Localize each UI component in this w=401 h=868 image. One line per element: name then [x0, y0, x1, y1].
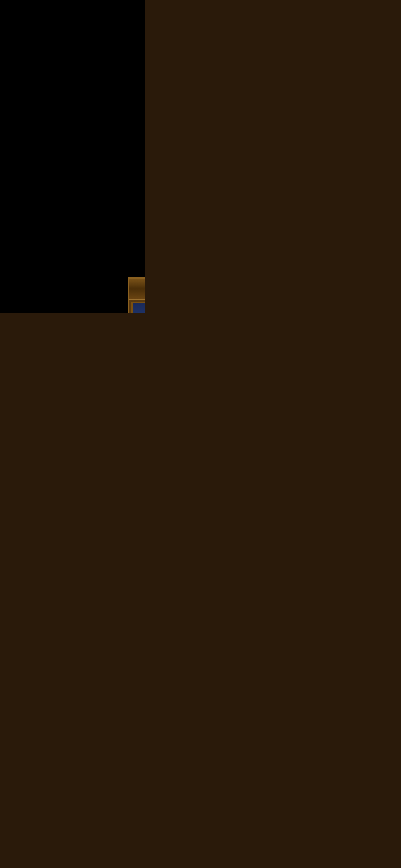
app-container: Maa Laxmi Aarti — [128, 277, 145, 313]
title-bar: Maa Laxmi Aarti — [129, 279, 145, 300]
app-title: Maa Laxmi Aarti — [133, 284, 145, 294]
main-image-area: Options Resume Set As Wallpaper Rate Thi… — [131, 302, 145, 313]
background-sky — [133, 303, 145, 313]
